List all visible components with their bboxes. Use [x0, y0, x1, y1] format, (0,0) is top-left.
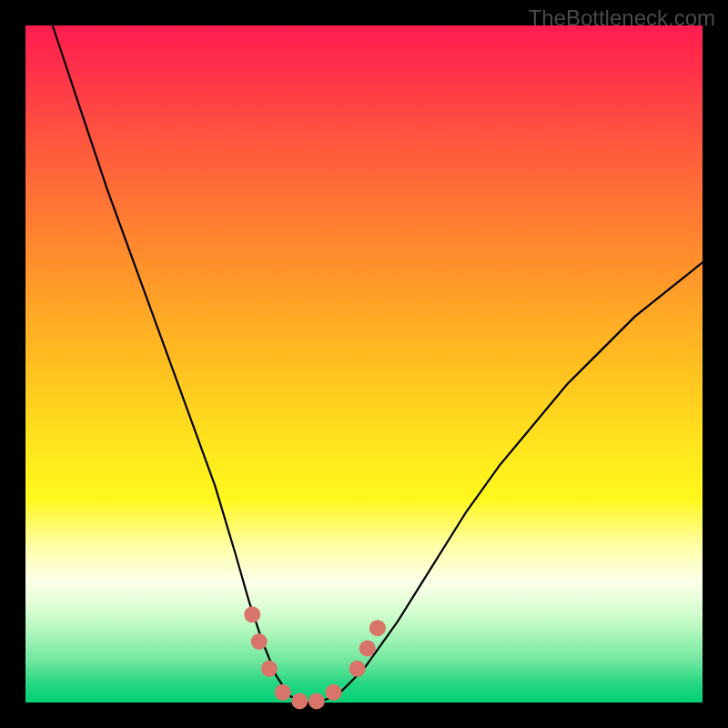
- marker-dot: [369, 620, 386, 636]
- marker-dot: [359, 641, 376, 657]
- marker-dot: [349, 661, 366, 677]
- watermark-text: TheBottleneck.com: [529, 5, 715, 31]
- bottleneck-curve: [53, 25, 703, 703]
- marker-dot: [251, 633, 268, 650]
- marker-dot: [244, 606, 260, 622]
- highlight-markers: [244, 606, 386, 709]
- chart-svg: [25, 25, 703, 703]
- marker-dot: [308, 693, 325, 710]
- marker-dot: [291, 693, 308, 710]
- marker-dot: [326, 684, 342, 701]
- marker-dot: [275, 684, 291, 701]
- marker-dot: [261, 661, 278, 677]
